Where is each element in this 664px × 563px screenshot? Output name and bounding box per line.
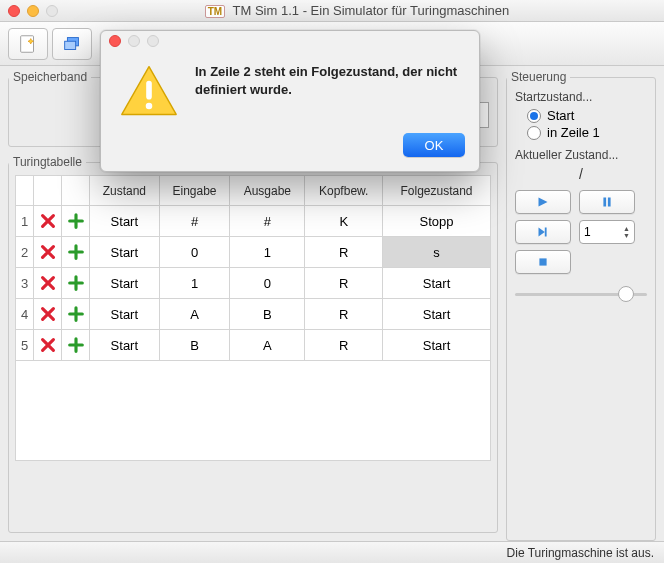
cell-input[interactable]: # xyxy=(159,206,230,237)
svg-rect-0 xyxy=(21,35,34,52)
delete-row-button[interactable] xyxy=(34,237,62,268)
add-row-button[interactable] xyxy=(62,206,90,237)
pause-icon xyxy=(598,195,616,209)
add-row-button[interactable] xyxy=(62,299,90,330)
cell-state[interactable]: Start xyxy=(90,237,160,268)
status-bar: Die Turingmaschine ist aus. xyxy=(0,541,664,563)
col-input: Eingabe xyxy=(159,176,230,206)
cell-next[interactable]: s xyxy=(383,237,491,268)
table-section: Turingtabelle Zustand Eingabe Ausgabe Ko… xyxy=(8,155,498,533)
col-next: Folgezustand xyxy=(383,176,491,206)
delete-row-button[interactable] xyxy=(34,268,62,299)
close-window-icon[interactable] xyxy=(8,5,20,17)
step-count-stepper[interactable]: 1 ▲▼ xyxy=(579,220,635,244)
dialog-close-icon[interactable] xyxy=(109,35,121,47)
cell-state[interactable]: Start xyxy=(90,206,160,237)
add-row-button[interactable] xyxy=(62,237,90,268)
app-badge: TM xyxy=(205,5,225,18)
play-icon xyxy=(534,195,552,209)
table-row[interactable]: 3Start10RStart xyxy=(16,268,491,299)
sparkle-doc-icon xyxy=(17,33,39,55)
control-section: Steuerung Startzustand... Start in Zeile… xyxy=(506,70,656,541)
stop-button[interactable] xyxy=(515,250,571,274)
row-number: 5 xyxy=(16,330,34,361)
table-row[interactable]: 5StartBARStart xyxy=(16,330,491,361)
cell-move[interactable]: K xyxy=(305,206,383,237)
play-button[interactable] xyxy=(515,190,571,214)
col-add xyxy=(62,176,90,206)
cell-next[interactable]: Start xyxy=(383,330,491,361)
table-legend: Turingtabelle xyxy=(9,155,86,169)
cell-move[interactable]: R xyxy=(305,330,383,361)
cell-move[interactable]: R xyxy=(305,268,383,299)
cell-input[interactable]: 0 xyxy=(159,237,230,268)
dialog-zoom-icon xyxy=(147,35,159,47)
cell-state[interactable]: Start xyxy=(90,299,160,330)
row-number: 1 xyxy=(16,206,34,237)
pause-button[interactable] xyxy=(579,190,635,214)
toolbar-windows-button[interactable] xyxy=(52,28,92,60)
col-move: Kopfbew. xyxy=(305,176,383,206)
col-delete xyxy=(34,176,62,206)
toolbar-new-button[interactable] xyxy=(8,28,48,60)
delete-row-button[interactable] xyxy=(34,206,62,237)
table-row[interactable]: 2Start01Rs xyxy=(16,237,491,268)
row-number: 3 xyxy=(16,268,34,299)
minimize-window-icon[interactable] xyxy=(27,5,39,17)
table-row[interactable]: 1Start##KStopp xyxy=(16,206,491,237)
svg-point-8 xyxy=(146,103,153,110)
cell-output[interactable]: 1 xyxy=(230,237,305,268)
cell-next[interactable]: Stopp xyxy=(383,206,491,237)
cell-next[interactable]: Start xyxy=(383,268,491,299)
cell-output[interactable]: 0 xyxy=(230,268,305,299)
delete-row-button[interactable] xyxy=(34,299,62,330)
title-bar: TM TM Sim 1.1 - Ein Simulator für Turing… xyxy=(0,0,664,22)
tape-legend: Speicherband xyxy=(9,70,91,84)
table-header-row: Zustand Eingabe Ausgabe Kopfbew. Folgezu… xyxy=(16,176,491,206)
row-number: 2 xyxy=(16,237,34,268)
dialog-ok-button[interactable]: OK xyxy=(403,133,465,157)
step-button[interactable] xyxy=(515,220,571,244)
col-rownum xyxy=(16,176,34,206)
add-row-button[interactable] xyxy=(62,268,90,299)
window-controls xyxy=(8,5,58,17)
start-state-radio-line1[interactable]: in Zeile 1 xyxy=(527,125,647,140)
cell-state[interactable]: Start xyxy=(90,330,160,361)
svg-rect-3 xyxy=(603,198,606,207)
cell-next[interactable]: Start xyxy=(383,299,491,330)
cell-state[interactable]: Start xyxy=(90,268,160,299)
cell-output[interactable]: B xyxy=(230,299,305,330)
current-state-value: / xyxy=(515,166,647,182)
add-row-button[interactable] xyxy=(62,330,90,361)
svg-rect-4 xyxy=(608,198,611,207)
cell-input[interactable]: A xyxy=(159,299,230,330)
speed-slider[interactable] xyxy=(515,284,647,304)
cell-input[interactable]: B xyxy=(159,330,230,361)
current-state-label: Aktueller Zustand... xyxy=(515,148,647,162)
radio-icon xyxy=(527,126,541,140)
svg-rect-7 xyxy=(146,81,152,100)
table-row[interactable]: 4StartABRStart xyxy=(16,299,491,330)
delete-row-button[interactable] xyxy=(34,330,62,361)
dialog-message: In Zeile 2 steht ein Folgezustand, der n… xyxy=(195,63,461,119)
warning-icon xyxy=(119,63,179,119)
stacked-windows-icon xyxy=(61,33,83,55)
cell-input[interactable]: 1 xyxy=(159,268,230,299)
stepper-arrows-icon[interactable]: ▲▼ xyxy=(623,225,630,239)
cell-move[interactable]: R xyxy=(305,299,383,330)
cell-output[interactable]: A xyxy=(230,330,305,361)
radio-icon xyxy=(527,109,541,123)
table-empty-area xyxy=(15,361,491,461)
zoom-window-icon[interactable] xyxy=(46,5,58,17)
svg-rect-6 xyxy=(539,258,546,265)
start-state-radio-start[interactable]: Start xyxy=(527,108,647,123)
svg-rect-5 xyxy=(545,228,547,237)
step-forward-icon xyxy=(534,225,552,239)
cell-move[interactable]: R xyxy=(305,237,383,268)
start-state-label: Startzustand... xyxy=(515,90,647,104)
cell-output[interactable]: # xyxy=(230,206,305,237)
slider-thumb[interactable] xyxy=(618,286,634,302)
col-state: Zustand xyxy=(90,176,160,206)
col-output: Ausgabe xyxy=(230,176,305,206)
status-text: Die Turingmaschine ist aus. xyxy=(507,546,654,560)
